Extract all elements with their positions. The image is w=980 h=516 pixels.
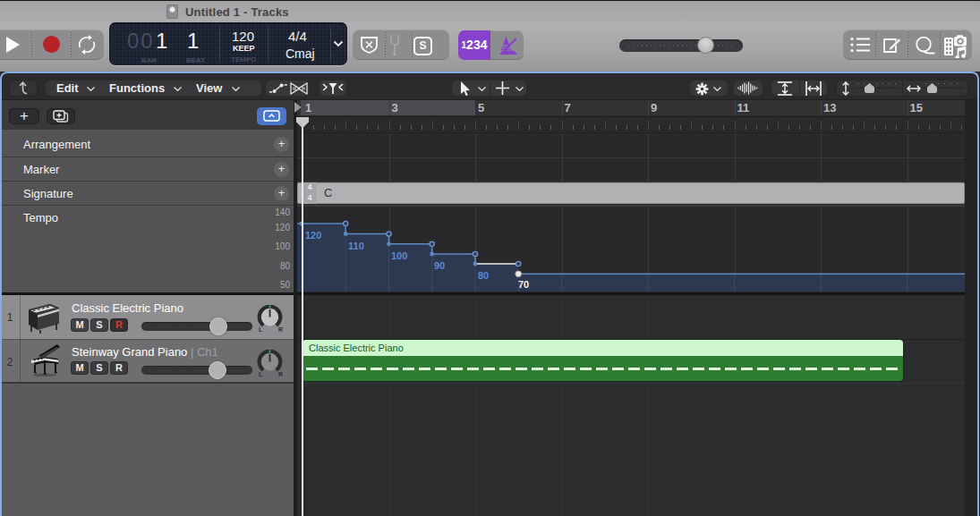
svg-text:70: 70 [518, 279, 529, 290]
svg-text:80: 80 [478, 270, 489, 281]
svg-text:120: 120 [305, 230, 321, 241]
svg-text:100: 100 [391, 250, 407, 261]
svg-text:90: 90 [434, 260, 445, 271]
svg-text:110: 110 [348, 241, 364, 251]
